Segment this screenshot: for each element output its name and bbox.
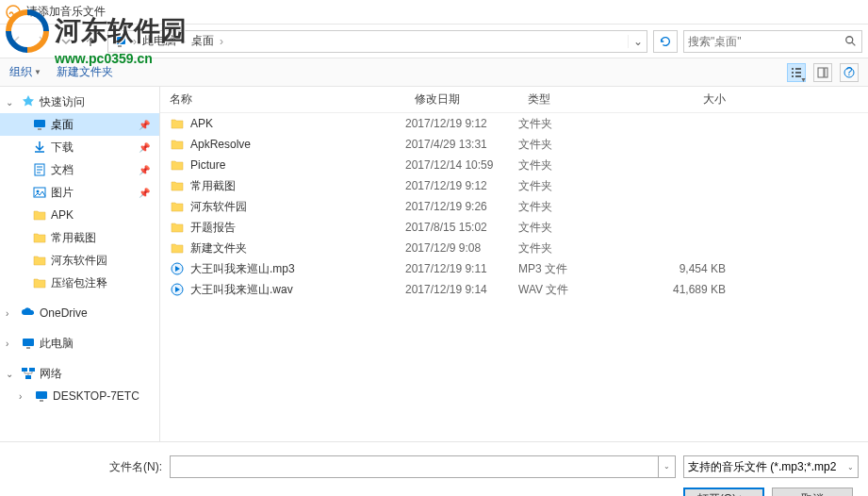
organize-button[interactable]: 组织 ▼: [9, 64, 41, 80]
file-row[interactable]: 大王叫我来巡山.wav2017/12/19 9:14WAV 文件41,689 K…: [160, 279, 868, 300]
nav-history-button[interactable]: [55, 30, 77, 53]
caret-down-icon: ⌄: [847, 463, 854, 471]
svg-rect-9: [38, 128, 41, 130]
file-row[interactable]: 常用截图2017/12/19 9:12文件夹: [160, 175, 868, 196]
sidebar-item-label: 下载: [51, 140, 74, 156]
sidebar-onedrive[interactable]: › OneDrive: [0, 302, 159, 324]
view-details-button[interactable]: ▼: [787, 63, 806, 82]
folder-icon: [170, 240, 185, 256]
pin-icon: 📌: [139, 142, 150, 153]
sidebar-item-label: 桌面: [51, 117, 74, 133]
sidebar-item-0[interactable]: 桌面📌: [0, 113, 159, 136]
view-preview-button[interactable]: [813, 63, 832, 82]
folder-icon: [32, 253, 47, 268]
svg-rect-4: [818, 68, 824, 77]
file-name: 河东软件园: [190, 199, 405, 215]
audio-icon: [170, 282, 185, 297]
svg-point-0: [7, 6, 20, 19]
sidebar-label: 此电脑: [40, 336, 74, 352]
sidebar-quick-access[interactable]: ⌄ 快速访问: [0, 91, 159, 113]
folder-icon: [32, 207, 47, 223]
file-type: 文件夹: [518, 116, 631, 132]
caret-down-icon: ⌄: [6, 97, 17, 107]
caret-down-icon: ▼: [34, 68, 41, 76]
filetype-filter[interactable]: 支持的音乐文件 (*.mp3;*.mp2 ⌄: [683, 455, 859, 478]
svg-rect-1: [114, 37, 125, 44]
column-type[interactable]: 类型: [518, 91, 631, 107]
refresh-button[interactable]: [653, 30, 678, 53]
sidebar-item-1[interactable]: 下载📌: [0, 136, 159, 158]
file-row[interactable]: 大王叫我来巡山.mp32017/12/19 9:11MP3 文件9,454 KB: [160, 258, 868, 279]
chevron-down-icon: [61, 37, 71, 46]
preview-icon: [817, 67, 828, 78]
breadcrumb-desktop[interactable]: 桌面: [188, 33, 218, 49]
file-date: 2017/12/14 10:59: [405, 158, 518, 172]
column-date[interactable]: 修改日期: [405, 91, 518, 107]
sidebar-item-2[interactable]: 文档📌: [0, 158, 159, 181]
svg-point-12: [37, 190, 40, 193]
organize-label: 组织: [9, 64, 32, 80]
file-date: 2017/4/29 13:31: [405, 138, 518, 151]
help-button[interactable]: ?: [840, 63, 859, 82]
svg-text:?: ?: [846, 67, 853, 78]
svg-rect-13: [23, 339, 34, 346]
file-size: 9,454 KB: [631, 262, 754, 275]
sidebar-network-pc[interactable]: › DESKTOP-7ETC: [0, 385, 159, 407]
doc-icon: [32, 162, 47, 177]
file-row[interactable]: 开题报告2017/8/15 15:02文件夹: [160, 217, 868, 238]
file-row[interactable]: 河东软件园2017/12/19 9:26文件夹: [160, 196, 868, 217]
open-button[interactable]: 打开(O) ▾: [683, 488, 764, 496]
sidebar-item-4[interactable]: APK: [0, 204, 159, 226]
svg-rect-17: [25, 375, 31, 379]
column-headers: 名称 修改日期 类型 大小: [160, 87, 868, 113]
cancel-button[interactable]: 取消: [772, 488, 853, 496]
sidebar-item-5[interactable]: 常用截图: [0, 226, 159, 249]
file-date: 2017/12/19 9:26: [405, 200, 518, 213]
svg-rect-8: [34, 120, 45, 127]
sidebar-item-label: 文档: [51, 162, 74, 178]
column-name[interactable]: 名称: [160, 91, 405, 107]
breadcrumb[interactable]: › 此电脑 › 桌面 › ⌄: [107, 30, 647, 53]
toolbar: 组织 ▼ 新建文件夹 ▼ ?: [0, 58, 868, 87]
filename-label: 文件名(N):: [9, 459, 170, 475]
file-date: 2017/12/9 9:08: [405, 241, 518, 255]
svg-rect-5: [825, 68, 827, 77]
nav-up-button[interactable]: [79, 30, 102, 53]
sidebar-network[interactable]: ⌄ 网络: [0, 362, 159, 385]
file-row[interactable]: Picture2017/12/14 10:59文件夹: [160, 155, 868, 175]
file-name: 新建文件夹: [190, 240, 405, 256]
download-icon: [32, 140, 47, 155]
file-size: 41,689 KB: [631, 283, 754, 296]
nav-back-button[interactable]: [6, 30, 28, 53]
arrow-right-icon: [34, 34, 49, 49]
file-row[interactable]: 新建文件夹2017/12/9 9:08文件夹: [160, 238, 868, 258]
svg-rect-16: [29, 368, 35, 372]
file-date: 2017/8/15 15:02: [405, 221, 518, 234]
search-input[interactable]: [688, 35, 844, 48]
window-title: 请添加音乐文件: [26, 4, 106, 20]
nav-forward-button[interactable]: [30, 30, 53, 53]
breadcrumb-thispc[interactable]: 此电脑: [139, 33, 180, 49]
file-name: 开题报告: [190, 220, 405, 236]
column-size[interactable]: 大小: [631, 91, 754, 107]
new-folder-button[interactable]: 新建文件夹: [57, 64, 113, 80]
file-row[interactable]: APK2017/12/19 9:12文件夹: [160, 113, 868, 134]
help-icon: ?: [843, 67, 855, 78]
monitor-icon: [21, 336, 36, 351]
sidebar-item-3[interactable]: 图片📌: [0, 181, 159, 204]
sidebar-item-label: 压缩包注释: [51, 275, 107, 291]
search-box[interactable]: [683, 30, 862, 53]
file-list: 名称 修改日期 类型 大小 APK2017/12/19 9:12文件夹ApkRe…: [160, 87, 868, 441]
titlebar: 请添加音乐文件: [0, 0, 868, 25]
breadcrumb-dropdown[interactable]: ⌄: [628, 35, 647, 48]
file-row[interactable]: ApkResolve2017/4/29 13:31文件夹: [160, 134, 868, 155]
file-type: 文件夹: [518, 137, 631, 153]
sidebar-item-6[interactable]: 河东软件园: [0, 249, 159, 272]
filename-dropdown[interactable]: ⌄: [659, 455, 676, 478]
sidebar-thispc[interactable]: › 此电脑: [0, 332, 159, 355]
file-name: ApkResolve: [190, 138, 405, 151]
filename-input[interactable]: [170, 455, 659, 478]
sidebar-label: 网络: [40, 366, 62, 382]
file-name: Picture: [190, 158, 405, 172]
sidebar-item-7[interactable]: 压缩包注释: [0, 272, 159, 294]
